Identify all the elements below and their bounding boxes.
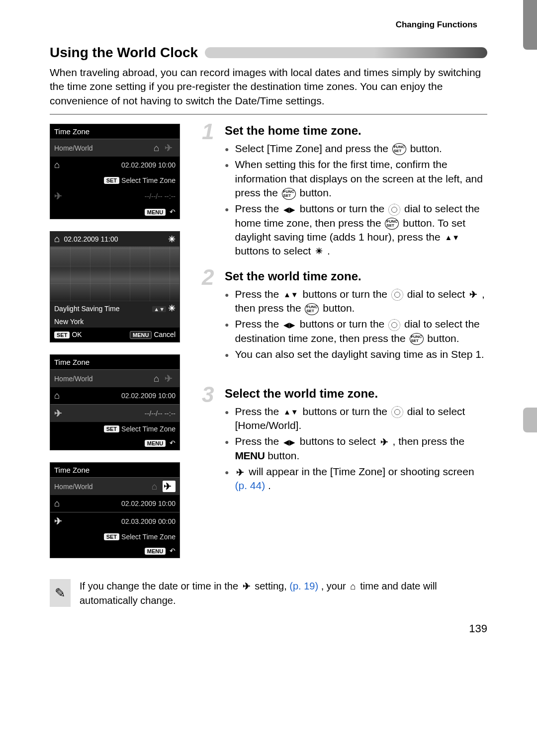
camera-screen-4: Time Zone Home/World 02.02.2009 10:00 02… [50, 462, 180, 558]
page-number: 139 [50, 622, 487, 635]
airplane-icon [54, 408, 65, 419]
func-set-icon: FUNCSET [392, 143, 406, 155]
pencil-icon: ✎ [50, 579, 71, 607]
cam4-date2: 02.03.2009 00:00 [65, 517, 176, 525]
airplane-icon [165, 142, 176, 154]
back-icon: ↶ [170, 547, 176, 555]
step-3: 3 Select the world time zone. Press the … [204, 387, 487, 493]
menu-badge: MENU [145, 209, 166, 216]
dial-icon [391, 406, 403, 418]
step-3-number: 3 [202, 384, 214, 406]
step-3-title: Select the world time zone. [225, 387, 487, 401]
airplane-icon [54, 515, 65, 527]
world-map [50, 247, 179, 301]
home-icon [54, 498, 65, 509]
func-set-icon: FUNCSET [385, 218, 399, 230]
up-down-icon [283, 290, 298, 300]
section-title-row: Using the World Clock [50, 45, 487, 61]
cam3-date: 02.02.2009 10:00 [65, 392, 176, 400]
up-down-icon [445, 233, 460, 243]
step-2-bullet-3: You can also set the daylight saving tim… [225, 347, 487, 361]
set-badge: SET [104, 533, 119, 540]
step-2-title: Set the world time zone. [225, 269, 487, 283]
cam3-homeworld: Home/World [54, 375, 154, 383]
airplane-icon [236, 466, 244, 479]
home-icon [54, 234, 60, 245]
side-tab [523, 0, 537, 50]
section-title-bar [205, 47, 487, 58]
step-3-bullet-3: will appear in the [Time Zone] or shooti… [225, 465, 487, 493]
up-down-icon [283, 407, 298, 417]
dial-icon [391, 289, 403, 301]
airplane-icon [243, 580, 251, 593]
set-badge: SET [104, 177, 119, 184]
home-icon [154, 143, 165, 154]
set-badge: SET [104, 425, 119, 432]
step-1-bullet-3: Press the buttons or turn the dial to se… [225, 202, 487, 258]
step-2-bullet-1: Press the buttons or turn the dial to se… [225, 287, 487, 316]
cam1-title: Time Zone [50, 124, 179, 139]
cam1-placeholder: --/--/-- --:-- [65, 192, 176, 200]
home-icon [154, 373, 165, 384]
back-icon: ↶ [170, 439, 176, 447]
step-2-bullet-2: Press the buttons or turn the dial to se… [225, 317, 487, 345]
step-3-bullet-1: Press the buttons or turn the dial to se… [225, 405, 487, 433]
home-icon [350, 580, 356, 593]
step-1-number: 1 [202, 121, 214, 143]
left-right-icon [283, 320, 295, 330]
cam4-title: Time Zone [50, 463, 179, 477]
func-set-icon: FUNCSET [282, 188, 296, 200]
step-2-number: 2 [202, 266, 214, 288]
menu-badge: MENU [145, 548, 166, 555]
step-2: 2 Set the world time zone. Press the but… [204, 269, 487, 362]
sun-icon [168, 234, 176, 245]
page-ref-link[interactable]: (p. 44) [235, 480, 265, 491]
sun-icon [168, 305, 176, 313]
cam2-dst: Daylight Saving Time [54, 305, 120, 313]
camera-screen-3: Time Zone Home/World 02.02.2009 10:00 --… [50, 354, 180, 450]
step-1-bullet-2: When setting this for the first time, co… [225, 158, 487, 200]
left-right-icon [283, 205, 295, 215]
camera-screen-2: 02.02.2009 11:00 Daylight Saving Time ▲▼… [50, 231, 180, 342]
cam1-date: 02.02.2009 10:00 [65, 161, 176, 169]
home-icon [54, 390, 65, 401]
side-tab-2 [523, 408, 537, 432]
step-3-bullet-2: Press the buttons to select , then press… [225, 434, 487, 463]
airplane-icon [163, 481, 176, 492]
menu-badge: MENU [130, 331, 152, 339]
cam4-selecttz: Select Time Zone [121, 533, 176, 541]
updown-icon: ▲▼ [152, 306, 166, 312]
cam3-selecttz: Select Time Zone [121, 425, 176, 433]
step-1-title: Set the home time zone. [225, 124, 487, 138]
left-right-icon [283, 437, 295, 447]
divider [50, 114, 487, 115]
cam3-placeholder: --/--/-- --:-- [65, 410, 176, 418]
cam4-date1: 02.02.2009 10:00 [65, 500, 176, 507]
menu-text: MENU [235, 450, 265, 461]
intro-text: When traveling abroad, you can record im… [50, 66, 487, 108]
page-ref-link[interactable]: (p. 19) [289, 581, 318, 591]
menu-badge: MENU [145, 440, 166, 447]
airplane-icon [165, 373, 176, 384]
note-box: ✎ If you change the date or time in the … [50, 579, 487, 607]
cam3-title: Time Zone [50, 355, 179, 369]
cam1-selecttz: Select Time Zone [121, 176, 176, 184]
home-icon [152, 481, 163, 492]
cam4-homeworld: Home/World [54, 483, 152, 491]
dial-icon [388, 319, 400, 331]
camera-screen-1: Time Zone Home/World 02.02.2009 10:00 SE… [50, 124, 180, 219]
step-1: 1 Set the home time zone. Select [Time Z… [204, 124, 487, 258]
cam2-cancel: Cancel [154, 331, 176, 338]
dial-icon [388, 204, 400, 216]
cam2-ok: OK [72, 331, 82, 338]
airplane-icon [469, 288, 477, 301]
cam2-date: 02.02.2009 11:00 [64, 235, 118, 243]
step-1-bullet-1: Select [Time Zone] and press the FUNCSET… [225, 142, 487, 156]
sun-icon [315, 246, 323, 257]
func-set-icon: FUNCSET [305, 303, 319, 315]
cam2-city: New York [50, 316, 179, 328]
home-icon [54, 160, 65, 170]
airplane-icon [380, 436, 388, 449]
set-badge: SET [54, 332, 70, 338]
section-title: Using the World Clock [50, 45, 198, 61]
